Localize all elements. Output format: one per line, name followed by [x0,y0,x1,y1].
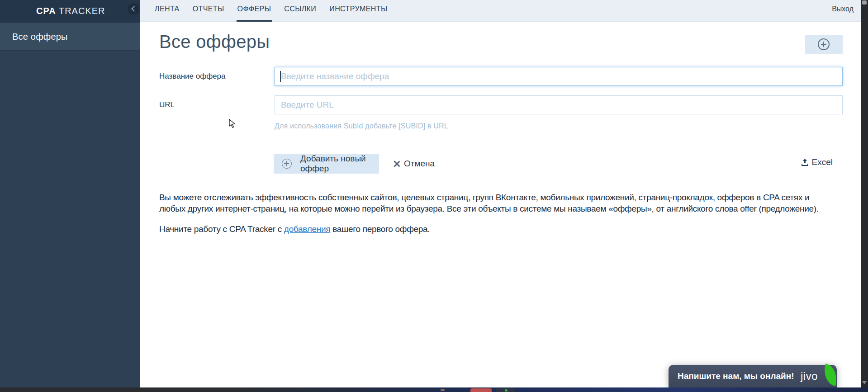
plus-circle-icon [818,38,830,50]
cancel-button[interactable]: Отмена [393,159,435,169]
main-content: Все офферы Название оффера URL Для испол… [140,22,861,387]
tab-label: ОТЧЕТЫ [193,5,224,13]
background-green-dot [505,389,508,392]
plus-circle-icon [282,159,292,169]
tab-otchety[interactable]: ОТЧЕТЫ [192,0,225,22]
subid-hint: Для использования SubId добавьте [SUBID]… [275,122,448,130]
offer-url-input[interactable] [275,95,843,114]
logout-link[interactable]: Выход [832,0,854,22]
add-new-offer-label: Добавить новый оффер [300,154,366,173]
sidebar: CPA TRACKER Все офферы [0,0,140,387]
sidebar-header: CPA TRACKER [0,0,140,23]
tab-label: ЛЕНТА [155,5,180,13]
excel-label: Excel [812,157,833,167]
tab-instrumenty[interactable]: ИНСТРУМЕНТЫ [328,0,388,22]
sidebar-item-label: Все офферы [12,32,68,42]
cancel-label: Отмена [404,159,435,169]
logo-cpa: CPA [36,6,56,16]
offer-name-input[interactable] [275,67,843,86]
tab-label: ИНСТРУМЕНТЫ [329,5,387,13]
tab-lenta[interactable]: ЛЕНТА [154,0,180,22]
upload-icon [801,158,809,166]
sidebar-item-all-offers[interactable]: Все офферы [0,23,140,51]
nav-tabs: ЛЕНТА ОТЧЕТЫ ОФФЕРЫ ССЫЛКИ ИНСТРУМЕНТЫ [154,0,399,22]
scrollbar-thumb[interactable] [862,0,867,5]
intro-paragraph: Вы можете отслеживать эффективность собс… [159,192,821,214]
add-offer-icon-button[interactable] [805,35,843,54]
text-caret [280,71,281,82]
background-dot [441,389,445,391]
sidebar-collapse-button[interactable] [128,3,139,15]
getting-started-paragraph: Начните работу с CPA Tracker с добавлени… [159,223,821,235]
paragraph-text: Начните работу с CPA Tracker с [159,224,284,234]
chat-widget[interactable]: Напишите нам, мы онлайн! jivo [669,365,837,387]
paragraph-text: вашего первого оффера. [330,224,430,234]
background-red-button [470,388,492,392]
close-icon [393,161,400,167]
background-window-strip [0,387,868,392]
offer-name-label: Название оффера [159,67,272,86]
tab-label: ОФФЕРЫ [237,5,271,13]
add-first-offer-link[interactable]: добавления [284,224,330,234]
tab-ssylki[interactable]: ССЫЛКИ [283,0,317,22]
app-window: CPA TRACKER Все офферы ЛЕНТА ОТЧЕТЫ ОФФЕ… [0,0,868,392]
add-new-offer-button[interactable]: Добавить новый оффер [274,154,379,174]
top-navigation: ЛЕНТА ОТЧЕТЫ ОФФЕРЫ ССЫЛКИ ИНСТРУМЕНТЫ В… [140,0,861,22]
form-actions: Добавить новый оффер Отмена [274,154,435,174]
page-title: Все офферы [159,32,270,52]
mouse-cursor [229,119,238,129]
jivo-logo: jivo [801,370,818,383]
logo-tracker: TRACKER [59,6,105,16]
url-label: URL [159,95,272,114]
tab-label: ССЫЛКИ [284,5,316,13]
excel-export-button[interactable]: Excel [801,157,833,167]
page-scrollbar[interactable] [861,0,868,387]
chat-message: Напишите нам, мы онлайн! [678,371,794,381]
tab-offery[interactable]: ОФФЕРЫ [237,0,272,22]
app-logo: CPA TRACKER [36,6,105,16]
scrollbar-down-arrow-icon[interactable] [862,381,867,384]
